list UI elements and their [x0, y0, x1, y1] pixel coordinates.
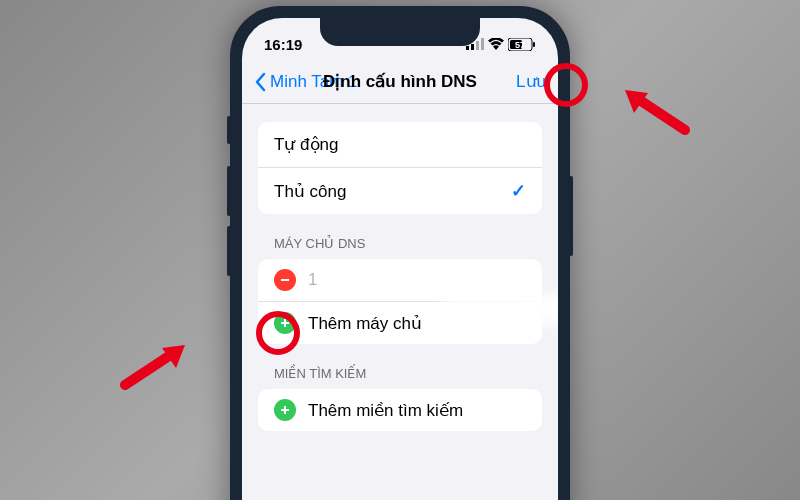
svg-rect-2: [476, 41, 479, 50]
svg-rect-0: [466, 46, 469, 50]
mode-group: Tự động Thủ công ✓: [258, 122, 542, 214]
phone-frame: 16:19 57 Minh Tam 1 Định cấu hình DNS Lư…: [230, 6, 570, 500]
back-label: Minh Tam 1: [270, 72, 358, 92]
svg-rect-6: [533, 42, 535, 47]
search-section-header: MIỀN TÌM KIẾM: [258, 344, 542, 389]
screen: 16:19 57 Minh Tam 1 Định cấu hình DNS Lư…: [242, 18, 558, 500]
add-icon[interactable]: [274, 312, 296, 334]
add-search-domain-row[interactable]: Thêm miền tìm kiếm: [258, 389, 542, 431]
svg-rect-12: [281, 409, 289, 411]
svg-rect-1: [471, 44, 474, 50]
volume-down: [227, 226, 230, 276]
annotation-arrow-icon: [120, 340, 190, 390]
search-group: Thêm miền tìm kiếm: [258, 389, 542, 431]
dns-group: 1 Thêm máy chủ: [258, 259, 542, 344]
annotation-arrow-icon: [620, 85, 690, 135]
add-dns-server-row[interactable]: Thêm máy chủ: [258, 302, 542, 344]
mute-switch: [227, 116, 230, 144]
dns-entry-value: 1: [308, 270, 317, 290]
power-button: [570, 176, 573, 256]
delete-icon[interactable]: [274, 269, 296, 291]
battery-icon: 57: [508, 38, 536, 51]
dns-entry-row[interactable]: 1: [258, 259, 542, 302]
mode-manual-label: Thủ công: [274, 181, 346, 202]
svg-rect-8: [281, 279, 289, 281]
notch: [320, 18, 480, 46]
dns-section-header: MÁY CHỦ DNS: [258, 214, 542, 259]
add-dns-label: Thêm máy chủ: [308, 313, 422, 334]
volume-up: [227, 166, 230, 216]
back-button[interactable]: Minh Tam 1: [254, 72, 358, 92]
svg-rect-3: [481, 38, 484, 50]
svg-text:57: 57: [515, 40, 525, 50]
svg-rect-10: [281, 322, 289, 324]
checkmark-icon: ✓: [511, 180, 526, 202]
add-search-label: Thêm miền tìm kiếm: [308, 400, 463, 421]
mode-manual-row[interactable]: Thủ công ✓: [258, 168, 542, 214]
status-icons: 57: [466, 38, 536, 51]
chevron-left-icon: [254, 72, 266, 92]
save-button[interactable]: Lưu: [516, 71, 546, 92]
status-time: 16:19: [264, 36, 302, 53]
nav-bar: Minh Tam 1 Định cấu hình DNS Lưu: [242, 60, 558, 104]
mode-auto-row[interactable]: Tự động: [258, 122, 542, 168]
mode-auto-label: Tự động: [274, 134, 338, 155]
wifi-icon: [488, 38, 504, 50]
add-icon[interactable]: [274, 399, 296, 421]
content-area: Tự động Thủ công ✓ MÁY CHỦ DNS 1: [242, 104, 558, 431]
